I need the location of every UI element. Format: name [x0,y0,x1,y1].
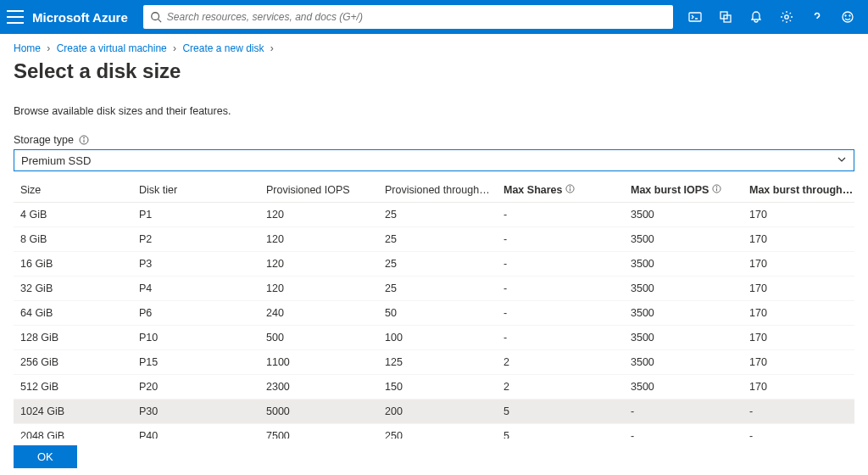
cell-biops: - [624,400,743,424]
notifications-icon[interactable] [743,3,770,31]
cell-tier: P1 [132,203,259,227]
cell-size: 1024 GiB [14,400,132,424]
cell-iops: 120 [259,227,378,252]
cell-btp: 170 [743,252,854,277]
chevron-right-icon: › [47,42,50,54]
chevron-right-icon: › [270,42,274,54]
cell-iops: 5000 [259,400,378,424]
col-provisioned-throughput[interactable]: Provisioned throughp... [378,178,497,203]
svg-point-14 [570,187,570,187]
cell-shares: 2 [497,375,624,400]
settings-icon[interactable] [773,3,800,31]
breadcrumb-item[interactable]: Create a virtual machine [57,42,167,54]
svg-rect-2 [689,13,701,21]
search-input[interactable] [167,11,666,23]
cloud-shell-icon[interactable] [682,3,709,31]
col-disk-tier[interactable]: Disk tier [132,178,259,203]
cell-tp: 25 [378,203,497,227]
cell-iops: 120 [259,277,378,301]
storage-type-select[interactable]: Premium SSD [14,149,854,171]
cell-size: 8 GiB [14,227,132,252]
cell-tp: 150 [378,375,497,400]
cell-iops: 120 [259,203,378,227]
svg-point-0 [152,13,159,20]
cell-btp: - [743,400,854,424]
cell-btp: 170 [743,301,854,326]
cell-tier: P3 [132,252,259,277]
svg-point-6 [843,12,853,22]
table-row[interactable]: 1024 GiBP3050002005-- [14,400,854,424]
cell-shares: - [497,227,624,252]
page-description: Browse available disk sizes and their fe… [14,105,854,117]
col-size[interactable]: Size [14,178,132,203]
table-row[interactable]: 4 GiBP112025-3500170 [14,203,854,227]
search-icon [150,11,162,23]
svg-point-7 [845,15,846,16]
cell-btp: 170 [743,277,854,301]
header-actions [682,3,861,31]
cell-tier: P30 [132,400,259,424]
cell-iops: 1100 [259,350,378,375]
table-row[interactable]: 64 GiBP624050-3500170 [14,301,854,326]
breadcrumb-item[interactable]: Home [14,42,41,54]
col-provisioned-iops[interactable]: Provisioned IOPS [259,178,378,203]
chevron-down-icon [837,154,847,167]
footer: OK [0,439,868,475]
search-box[interactable] [143,5,673,29]
table-row[interactable]: 512 GiBP20230015023500170 [14,375,854,400]
col-max-shares[interactable]: Max Shares [497,178,624,203]
col-max-burst-throughput[interactable]: Max burst throughput [743,178,854,203]
cell-shares: 2 [497,350,624,375]
cell-size: 16 GiB [14,252,132,277]
cell-biops: 3500 [624,277,743,301]
cell-tp: 25 [378,277,497,301]
breadcrumb: Home › Create a virtual machine › Create… [0,34,868,58]
cell-biops: 3500 [624,203,743,227]
cell-tier: P20 [132,375,259,400]
info-icon[interactable] [79,135,89,145]
cell-iops: 2300 [259,375,378,400]
cell-size: 512 GiB [14,375,132,400]
cell-shares: 5 [497,400,624,424]
cell-tp: 200 [378,400,497,424]
directories-icon[interactable] [712,3,739,31]
table-row[interactable]: 256 GiBP15110012523500170 [14,350,854,375]
cell-size: 32 GiB [14,277,132,301]
cell-biops: 3500 [624,227,743,252]
cell-shares: - [497,252,624,277]
table-row[interactable]: 16 GiBP312025-3500170 [14,252,854,277]
cell-tier: P6 [132,301,259,326]
table-row[interactable]: 32 GiBP412025-3500170 [14,277,854,301]
cell-shares: - [497,203,624,227]
cell-biops: 3500 [624,350,743,375]
info-icon [565,184,575,193]
help-icon[interactable] [804,3,831,31]
cell-tp: 25 [378,227,497,252]
cell-tp: 125 [378,350,497,375]
info-icon [712,184,721,193]
table-row[interactable]: 8 GiBP212025-3500170 [14,227,854,252]
ok-button[interactable]: OK [14,445,77,468]
cell-shares: - [497,326,624,350]
feedback-icon[interactable] [834,3,861,31]
cell-tier: P4 [132,277,259,301]
cell-tier: P15 [132,350,259,375]
cell-biops: 3500 [624,252,743,277]
table-row[interactable]: 128 GiBP10500100-3500170 [14,326,854,350]
cell-tp: 25 [378,252,497,277]
brand-label: Microsoft Azure [32,10,128,25]
cell-tp: 100 [378,326,497,350]
cell-size: 4 GiB [14,203,132,227]
breadcrumb-item[interactable]: Create a new disk [182,42,264,54]
cell-btp: 170 [743,375,854,400]
cell-tp: 50 [378,301,497,326]
col-max-burst-iops[interactable]: Max burst IOPS [624,178,743,203]
menu-icon[interactable] [7,10,24,24]
cell-iops: 240 [259,301,378,326]
disk-size-table: Size Disk tier Provisioned IOPS Provisio… [14,178,854,441]
cell-shares: - [497,301,624,326]
cell-size: 128 GiB [14,326,132,350]
page-title: Select a disk size [14,59,854,83]
cell-btp: 170 [743,203,854,227]
cell-btp: 170 [743,227,854,252]
